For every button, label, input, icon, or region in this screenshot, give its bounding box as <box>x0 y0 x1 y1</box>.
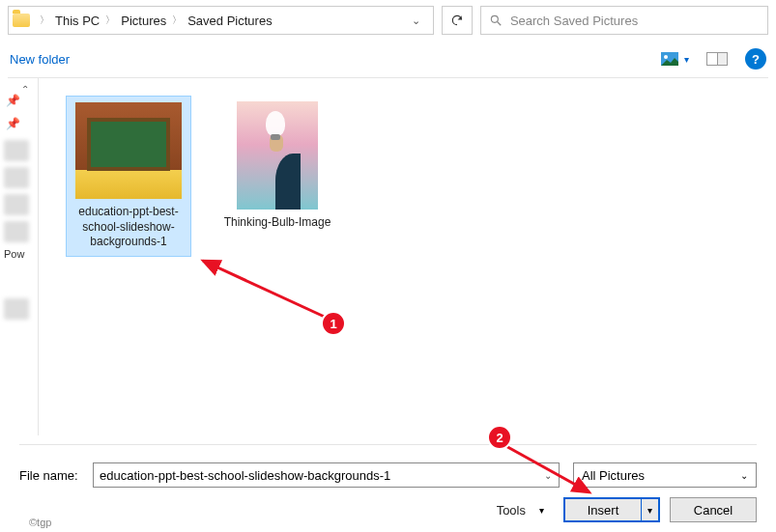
insert-button-label: Insert <box>565 499 641 520</box>
file-thumbnail <box>224 101 331 210</box>
pin-icon: 📌 <box>6 117 32 130</box>
sidebar: ⌃ 📌 📌 Pow <box>0 78 39 435</box>
pin-icon: 📌 <box>6 94 32 107</box>
chevron-right-icon: 〉 <box>172 14 182 27</box>
chevron-right-icon: 〉 <box>105 14 115 27</box>
svg-point-3 <box>664 55 668 59</box>
preview-pane-button[interactable] <box>706 52 728 66</box>
new-folder-button[interactable]: New folder <box>10 52 70 67</box>
cancel-button[interactable]: Cancel <box>670 497 757 522</box>
sidebar-item[interactable] <box>4 221 29 242</box>
chevron-down-icon: ▾ <box>539 505 544 516</box>
refresh-button[interactable] <box>442 6 473 35</box>
annotation-badge: 1 <box>321 311 346 336</box>
breadcrumb-item[interactable]: Saved Pictures <box>186 14 273 28</box>
file-item-selected[interactable]: education-ppt-best-school-slideshow-back… <box>66 96 191 257</box>
breadcrumb-bar[interactable]: 〉 This PC 〉 Pictures 〉 Saved Pictures ⌄ <box>8 6 434 35</box>
file-name-label: education-ppt-best-school-slideshow-back… <box>72 205 185 250</box>
sidebar-item[interactable] <box>4 167 29 188</box>
search-placeholder: Search Saved Pictures <box>510 14 638 28</box>
file-item[interactable]: Thinking-Bulb-Image <box>215 96 340 237</box>
help-icon: ? <box>752 52 760 67</box>
folder-icon <box>13 14 30 27</box>
chevron-down-icon: ⌄ <box>740 470 748 481</box>
address-bar-row: 〉 This PC 〉 Pictures 〉 Saved Pictures ⌄ … <box>0 0 776 41</box>
file-list[interactable]: education-ppt-best-school-slideshow-back… <box>39 78 776 435</box>
breadcrumb-dropdown[interactable]: ⌄ <box>404 8 429 33</box>
sidebar-item[interactable] <box>4 194 29 215</box>
toolbar: New folder ▾ ? <box>0 41 776 77</box>
cancel-button-label: Cancel <box>694 503 733 518</box>
svg-point-0 <box>491 15 498 22</box>
filename-value: education-ppt-best-school-slideshow-back… <box>94 468 537 483</box>
watermark: ©tgp <box>29 517 51 528</box>
main-content: ⌃ 📌 📌 Pow education-ppt-best-school-slid… <box>0 78 776 435</box>
sidebar-collapse-icon[interactable]: ⌃ <box>18 82 32 96</box>
sidebar-item[interactable] <box>4 298 29 320</box>
footer-panel: File name: education-ppt-best-school-sli… <box>0 444 776 532</box>
insert-split-dropdown[interactable]: ▾ <box>641 499 658 520</box>
view-mode-dropdown[interactable]: ▾ <box>684 54 689 65</box>
annotation-arrow <box>493 434 609 502</box>
annotation-badge: 2 <box>487 425 512 450</box>
divider <box>19 444 757 445</box>
svg-line-4 <box>203 261 329 319</box>
view-mode-button[interactable] <box>659 51 680 67</box>
file-thumbnail <box>75 102 182 199</box>
breadcrumb-item[interactable]: This PC <box>53 14 101 28</box>
search-input[interactable]: Search Saved Pictures <box>480 6 768 35</box>
tools-menu[interactable]: Tools <box>497 503 526 518</box>
refresh-icon <box>450 14 464 27</box>
filename-input[interactable]: education-ppt-best-school-slideshow-back… <box>93 462 560 488</box>
chevron-right-icon: 〉 <box>40 14 49 27</box>
help-button[interactable]: ? <box>745 48 766 70</box>
sidebar-item-label: Pow <box>4 248 38 260</box>
svg-line-5 <box>503 444 589 492</box>
file-name-label: Thinking-Bulb-Image <box>220 215 334 231</box>
search-icon <box>489 14 503 27</box>
sidebar-item[interactable] <box>4 140 29 161</box>
svg-line-1 <box>498 22 502 26</box>
breadcrumb-item[interactable]: Pictures <box>119 14 168 28</box>
filename-label: File name: <box>19 468 89 483</box>
